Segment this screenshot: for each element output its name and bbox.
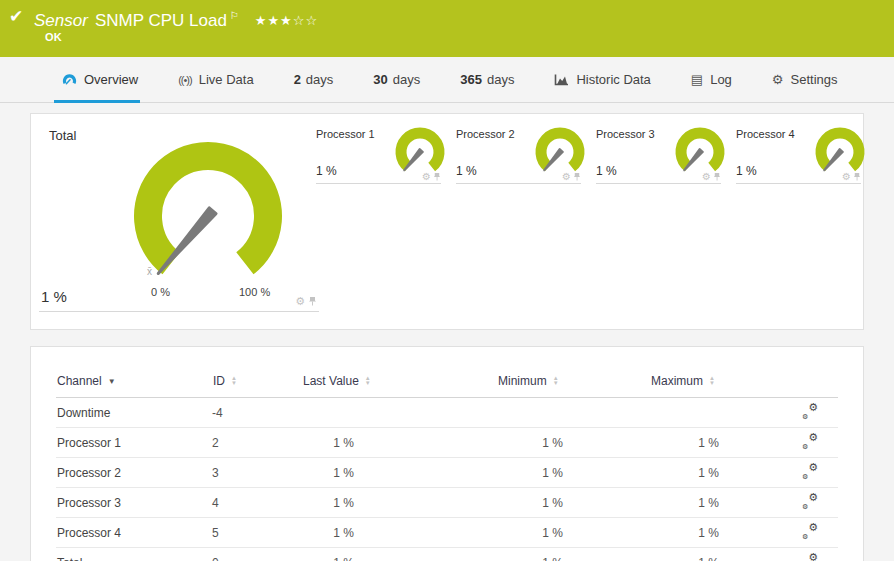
- channel-name: Processor 4: [56, 518, 211, 548]
- channel-name: Total: [56, 548, 211, 561]
- sort-both-icon: ▲▼: [553, 376, 559, 386]
- channel-id: 4: [211, 488, 302, 518]
- column-header-maximum[interactable]: Maximum▲▼: [641, 365, 783, 398]
- tab-label: days: [306, 72, 333, 87]
- channel-maximum: 1 %: [641, 518, 783, 548]
- tab-historic-data[interactable]: Historic Data: [534, 57, 670, 102]
- tab-label: days: [393, 72, 420, 87]
- channel-maximum: [641, 398, 783, 428]
- channel-settings-icon[interactable]: ⚙⚙: [803, 554, 818, 561]
- channel-id: 2: [211, 428, 302, 458]
- tab-label: Overview: [84, 72, 138, 87]
- tile-actions: ⚙: [295, 296, 317, 307]
- flag-icon[interactable]: ⚐: [230, 10, 239, 21]
- channel-last-value: 1 %: [302, 428, 466, 458]
- gauge-min-label: 0 %: [151, 286, 170, 298]
- channel-name: Downtime: [56, 398, 211, 428]
- gauge-value: 1 %: [596, 164, 617, 178]
- processor-3-gauge-dial[interactable]: [668, 122, 732, 178]
- gauge-value: 1 %: [41, 288, 67, 305]
- sensor-header: ✔ SensorSNMP CPU Load⚐★★★☆☆ OK: [0, 0, 894, 57]
- column-header-last-value[interactable]: Last Value▲▼: [302, 365, 466, 398]
- status-badge: OK: [45, 31, 62, 43]
- channel-last-value: 1 %: [302, 548, 466, 561]
- pin-icon[interactable]: [853, 172, 861, 182]
- live-data-icon: ((•)): [178, 74, 192, 86]
- processor-2-gauge-dial[interactable]: [528, 122, 592, 178]
- table-header-row: Channel▼ ID▲▼ Last Value▲▼ Minimum▲▼ Max…: [56, 365, 838, 398]
- column-label: Channel: [57, 374, 102, 388]
- column-label: Last Value: [303, 374, 359, 388]
- channel-name: Processor 2: [56, 458, 211, 488]
- mean-marker-label: x̄: [147, 266, 152, 277]
- channel-settings-icon[interactable]: ⚙⚙: [803, 494, 818, 509]
- pin-icon[interactable]: [308, 296, 317, 307]
- channel-gear-icon[interactable]: ⚙: [295, 296, 305, 307]
- sort-both-icon: ▲▼: [709, 376, 715, 386]
- channel-minimum: 1 %: [466, 428, 641, 458]
- tab-label: Live Data: [199, 72, 254, 87]
- sensor-kind-label: Sensor: [34, 11, 88, 30]
- tab-live-data[interactable]: ((•)) Live Data: [158, 57, 273, 102]
- tile-actions: ⚙: [422, 172, 441, 182]
- log-icon: ▤: [691, 73, 703, 86]
- processor-1-gauge-dial[interactable]: [388, 122, 452, 178]
- stars-filled[interactable]: ★★★: [255, 13, 293, 28]
- priority-stars[interactable]: ★★★☆☆: [255, 13, 318, 28]
- channel-minimum: [466, 398, 641, 428]
- channel-last-value: 1 %: [302, 518, 466, 548]
- pin-icon[interactable]: [713, 172, 721, 182]
- tab-label: Historic Data: [576, 72, 650, 87]
- gauge-max-label: 100 %: [239, 286, 270, 298]
- tab-settings[interactable]: ⚙ Settings: [752, 57, 858, 102]
- tab-log[interactable]: ▤ Log: [671, 57, 752, 102]
- tab-number: 365: [460, 72, 482, 87]
- channel-settings-icon[interactable]: ⚙⚙: [803, 464, 818, 479]
- tile-actions: ⚙: [842, 172, 861, 182]
- channel-settings-icon[interactable]: ⚙⚙: [803, 404, 818, 419]
- channel-maximum: 1 %: [641, 458, 783, 488]
- tab-label: days: [487, 72, 514, 87]
- tab-overview[interactable]: Overview: [42, 57, 158, 102]
- tab-bar: Overview ((•)) Live Data 2 days 30 days …: [0, 57, 894, 103]
- gauges-panel: Total x̄ 0 % 100 % 1 % ⚙ Processor 1 1 %…: [30, 113, 864, 330]
- channels-table-panel: Channel▼ ID▲▼ Last Value▲▼ Minimum▲▼ Max…: [30, 346, 864, 561]
- channel-last-value: [302, 398, 466, 428]
- channel-gear-icon[interactable]: ⚙: [702, 172, 711, 182]
- gauge-tile-processor-1: Processor 1 1 % ⚙: [316, 126, 441, 184]
- channel-minimum: 1 %: [466, 548, 641, 561]
- tab-2-days[interactable]: 2 days: [274, 57, 354, 102]
- processor-4-gauge-dial[interactable]: [808, 122, 872, 178]
- pin-icon[interactable]: [433, 172, 441, 182]
- channel-gear-icon[interactable]: ⚙: [842, 172, 851, 182]
- tab-label: Log: [710, 72, 732, 87]
- pin-icon[interactable]: [573, 172, 581, 182]
- channel-last-value: 1 %: [302, 488, 466, 518]
- channel-gear-icon[interactable]: ⚙: [422, 172, 431, 182]
- stars-empty[interactable]: ☆☆: [293, 13, 318, 28]
- channel-minimum: 1 %: [466, 488, 641, 518]
- channel-last-value: 1 %: [302, 458, 466, 488]
- table-row-processor-2: Processor 2 3 1 % 1 % 1 % ⚙⚙: [56, 458, 838, 488]
- gear-icon: ⚙: [772, 73, 784, 86]
- column-header-minimum[interactable]: Minimum▲▼: [466, 365, 641, 398]
- tab-label: Settings: [791, 72, 838, 87]
- channel-settings-icon[interactable]: ⚙⚙: [803, 434, 818, 449]
- table-row-downtime: Downtime -4 ⚙⚙: [56, 398, 838, 428]
- tab-number: 30: [373, 72, 387, 87]
- tab-365-days[interactable]: 365 days: [440, 57, 534, 102]
- column-header-channel[interactable]: Channel▼: [56, 365, 211, 398]
- table-row-processor-1: Processor 1 2 1 % 1 % 1 % ⚙⚙: [56, 428, 838, 458]
- sensor-name: SNMP CPU Load: [95, 11, 227, 30]
- column-header-id[interactable]: ID▲▼: [211, 365, 302, 398]
- channel-id: -4: [211, 398, 302, 428]
- gauge-tile-processor-3: Processor 3 1 % ⚙: [596, 126, 721, 184]
- tab-30-days[interactable]: 30 days: [353, 57, 440, 102]
- total-gauge-dial[interactable]: [108, 131, 308, 301]
- channel-minimum: 1 %: [466, 518, 641, 548]
- channel-settings-icon[interactable]: ⚙⚙: [803, 524, 818, 539]
- channel-gear-icon[interactable]: ⚙: [562, 172, 571, 182]
- tab-number: 2: [294, 72, 301, 87]
- tile-actions: ⚙: [702, 172, 721, 182]
- gauge-tile-processor-4: Processor 4 1 % ⚙: [736, 126, 861, 184]
